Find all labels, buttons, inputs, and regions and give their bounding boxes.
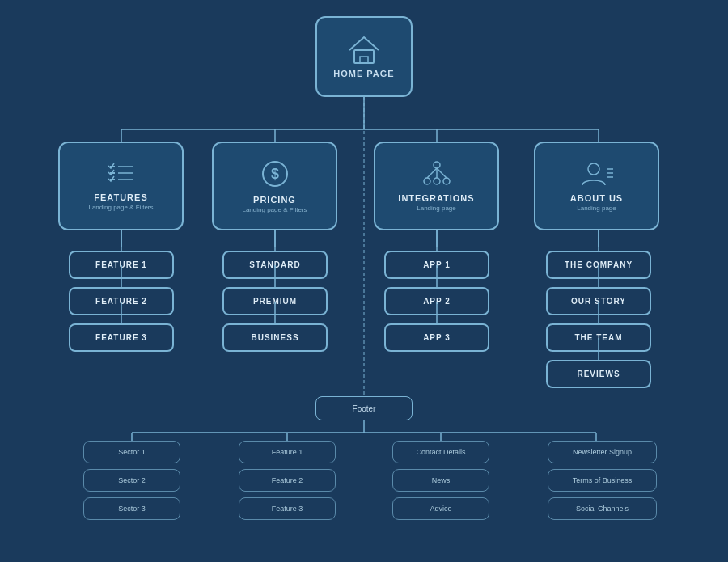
home-label: HOME PAGE	[333, 69, 394, 78]
svg-point-28	[588, 163, 599, 175]
premium-item[interactable]: PREMIUM	[222, 287, 328, 315]
reviews-item[interactable]: REVIEWS	[546, 360, 651, 388]
svg-point-24	[443, 178, 450, 184]
sector2-item[interactable]: Sector 2	[83, 469, 180, 492]
feature3-label: FEATURE 3	[95, 333, 147, 342]
feature1-item[interactable]: FEATURE 1	[69, 251, 174, 279]
pricing-section-node[interactable]: $ PRICING Landing page & Filters	[212, 142, 337, 230]
reviews-label: REVIEWS	[577, 370, 620, 378]
feature2-label: FEATURE 2	[95, 297, 147, 306]
contact-label: Contact Details	[416, 448, 465, 456]
about-title: ABOUT US	[570, 193, 623, 203]
sector3-label: Sector 3	[118, 505, 146, 513]
social-item[interactable]: Social Channels	[548, 497, 657, 520]
feature1-label: FEATURE 1	[95, 260, 147, 269]
svg-point-22	[424, 178, 430, 184]
footer-feature1-item[interactable]: Feature 1	[239, 441, 336, 463]
newsletter-item[interactable]: Newsletter Signup	[548, 441, 657, 463]
feature2-item[interactable]: FEATURE 2	[69, 287, 174, 315]
business-item[interactable]: BUSINESS	[222, 323, 328, 352]
pricing-title: PRICING	[253, 195, 296, 205]
company-item[interactable]: THE COMPANY	[546, 251, 651, 279]
story-label: OUR STORY	[571, 297, 626, 306]
news-label: News	[432, 476, 451, 484]
integrations-icon	[421, 161, 453, 190]
svg-text:$: $	[270, 166, 278, 182]
story-item[interactable]: OUR STORY	[546, 287, 651, 315]
app1-item[interactable]: APP 1	[384, 251, 489, 279]
integrations-section-node[interactable]: INTEGRATIONS Landing page	[374, 142, 499, 230]
news-item[interactable]: News	[392, 469, 489, 492]
footer-feature2-item[interactable]: Feature 2	[239, 469, 336, 492]
terms-label: Terms of Business	[573, 476, 633, 484]
footer-feature1-label: Feature 1	[272, 448, 303, 456]
pricing-subtitle: Landing page & Filters	[242, 206, 307, 213]
svg-point-23	[434, 178, 440, 184]
features-section-node[interactable]: FEATURES Landing page & Filters	[58, 142, 184, 230]
sector3-item[interactable]: Sector 3	[83, 497, 180, 520]
footer-node[interactable]: Footer	[315, 396, 413, 420]
features-title: FEATURES	[94, 192, 147, 202]
integrations-title: INTEGRATIONS	[398, 193, 474, 203]
contact-item[interactable]: Contact Details	[392, 441, 489, 463]
about-section-node[interactable]: ABOUT US Landing page	[534, 142, 659, 230]
premium-label: PREMIUM	[253, 297, 297, 306]
standard-item[interactable]: STANDARD	[222, 251, 328, 279]
sector1-label: Sector 1	[118, 448, 146, 456]
footer-feature3-label: Feature 3	[272, 505, 303, 513]
terms-item[interactable]: Terms of Business	[548, 469, 657, 492]
about-icon	[581, 161, 613, 190]
app1-label: APP 1	[423, 260, 451, 269]
app3-item[interactable]: APP 3	[384, 323, 489, 352]
company-label: THE COMPANY	[565, 260, 633, 269]
integrations-subtitle: Landing page	[417, 205, 456, 212]
pricing-icon: $	[260, 159, 290, 192]
sector2-label: Sector 2	[118, 476, 146, 484]
footer-feature2-label: Feature 2	[272, 476, 303, 484]
team-item[interactable]: THE TEAM	[546, 323, 651, 352]
svg-line-25	[427, 168, 437, 178]
svg-point-21	[434, 162, 440, 168]
app2-item[interactable]: APP 2	[384, 287, 489, 315]
feature3-item[interactable]: FEATURE 3	[69, 323, 174, 352]
features-subtitle: Landing page & Filters	[88, 204, 153, 211]
newsletter-label: Newsletter Signup	[573, 448, 632, 456]
about-subtitle: Landing page	[577, 205, 616, 212]
advice-item[interactable]: Advice	[392, 497, 489, 520]
home-page-node[interactable]: HOME PAGE	[315, 16, 413, 97]
team-label: THE TEAM	[574, 333, 622, 342]
features-icon	[107, 162, 136, 189]
app2-label: APP 2	[423, 297, 451, 306]
social-label: Social Channels	[576, 505, 629, 513]
advice-label: Advice	[430, 505, 451, 513]
business-label: BUSINESS	[251, 333, 298, 342]
svg-line-27	[437, 168, 447, 178]
app3-label: APP 3	[423, 333, 451, 342]
home-icon	[348, 36, 380, 69]
svg-rect-18	[360, 57, 368, 63]
sector1-item[interactable]: Sector 1	[83, 441, 180, 463]
standard-label: STANDARD	[249, 260, 300, 269]
footer-feature3-item[interactable]: Feature 3	[239, 497, 336, 520]
footer-label: Footer	[353, 404, 376, 413]
diagram: HOME PAGE FEATURES Landing page & Filter…	[0, 0, 728, 562]
